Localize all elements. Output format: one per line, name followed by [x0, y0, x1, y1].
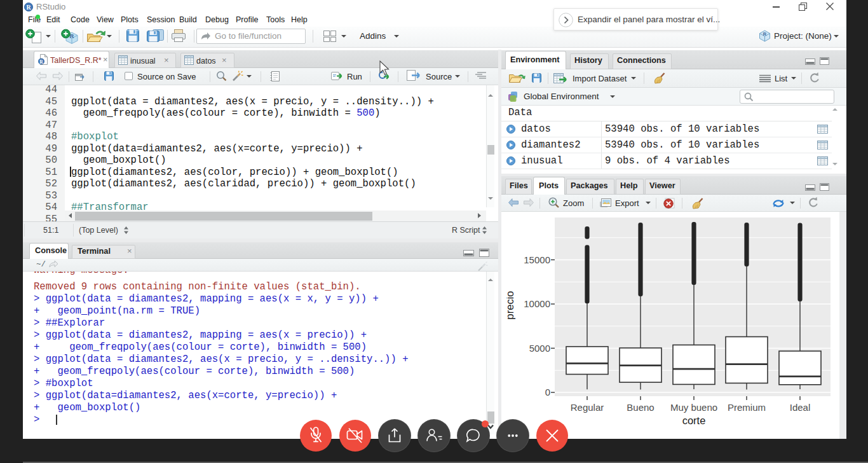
svg-text:Ideal: Ideal — [790, 402, 811, 413]
svg-text:Bueno: Bueno — [627, 402, 654, 413]
svg-text:Premium: Premium — [728, 402, 766, 413]
svg-text:R: R — [26, 4, 31, 11]
svg-text:R: R — [39, 59, 43, 65]
svg-text:5000: 5000 — [529, 343, 550, 354]
svg-text:Regular: Regular — [571, 402, 604, 413]
svg-text:Muy bueno: Muy bueno — [670, 402, 717, 413]
svg-text:15000: 15000 — [524, 254, 550, 265]
svg-text:corte: corte — [682, 415, 706, 426]
svg-text:0: 0 — [545, 387, 550, 397]
svg-text:R: R — [763, 31, 767, 37]
svg-text:R: R — [70, 33, 74, 39]
svg-text:precio: precio — [506, 291, 515, 320]
svg-text:10000: 10000 — [524, 298, 550, 309]
